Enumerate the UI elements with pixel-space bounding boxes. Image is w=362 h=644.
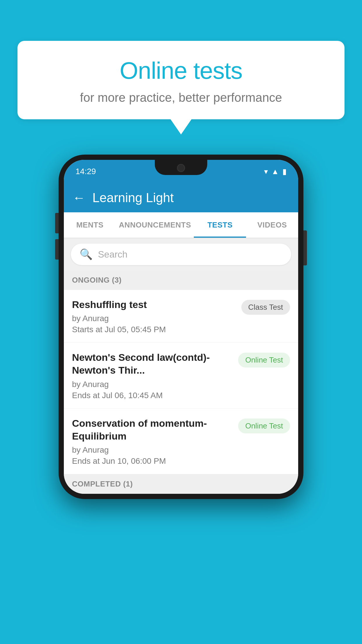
search-bar[interactable]: 🔍 Search (71, 244, 291, 265)
tab-ments[interactable]: MENTS (64, 212, 116, 238)
completed-section-header: COMPLETED (1) (64, 474, 298, 494)
test-info-1: Reshuffling test by Anurag Starts at Jul… (72, 298, 237, 334)
search-input[interactable]: Search (98, 249, 127, 260)
tab-videos[interactable]: VIDEOS (246, 212, 298, 238)
notch (155, 160, 207, 175)
status-bar: 14:29 ▾ ▲ ▮ (64, 160, 298, 183)
speech-bubble: Online tests for more practice, better p… (17, 41, 345, 119)
tab-tests[interactable]: TESTS (194, 212, 246, 238)
test-item-3[interactable]: Conservation of momentum-Equilibrium by … (64, 409, 298, 474)
test-badge-1: Class Test (241, 300, 290, 315)
test-info-3: Conservation of momentum-Equilibrium by … (72, 417, 233, 466)
test-list: Reshuffling test by Anurag Starts at Jul… (64, 290, 298, 474)
ongoing-section-header: ONGOING (3) (64, 270, 298, 290)
test-author-3: by Anurag (72, 445, 233, 455)
search-icon: 🔍 (80, 248, 93, 260)
bubble-subtitle: for more practice, better performance (35, 91, 327, 105)
volume-down-button (55, 239, 59, 260)
status-icons: ▾ ▲ ▮ (264, 167, 287, 176)
wifi-icon: ▾ (264, 167, 268, 176)
phone-container: 14:29 ▾ ▲ ▮ ← Learning Light MENTS ANNOU… (59, 155, 303, 499)
test-author-1: by Anurag (72, 314, 237, 323)
volume-up-button (55, 213, 59, 233)
status-time: 14:29 (75, 167, 96, 176)
speech-bubble-container: Online tests for more practice, better p… (17, 41, 345, 119)
test-date-2: Ends at Jul 06, 10:45 AM (72, 391, 233, 400)
test-badge-3: Online Test (238, 419, 290, 433)
test-item-2[interactable]: Newton's Second law(contd)-Newton's Thir… (64, 343, 298, 408)
test-author-2: by Anurag (72, 380, 233, 389)
test-info-2: Newton's Second law(contd)-Newton's Thir… (72, 351, 233, 400)
test-title-1: Reshuffling test (72, 298, 237, 311)
test-title-2: Newton's Second law(contd)-Newton's Thir… (72, 351, 233, 377)
phone-screen: 14:29 ▾ ▲ ▮ ← Learning Light MENTS ANNOU… (64, 160, 298, 494)
tab-bar: MENTS ANNOUNCEMENTS TESTS VIDEOS (64, 212, 298, 238)
test-date-1: Starts at Jul 05, 05:45 PM (72, 325, 237, 334)
notch-camera (177, 164, 185, 172)
search-container: 🔍 Search (64, 238, 298, 270)
phone-frame: 14:29 ▾ ▲ ▮ ← Learning Light MENTS ANNOU… (59, 155, 303, 499)
back-button[interactable]: ← (73, 190, 85, 205)
signal-icon: ▲ (271, 167, 279, 176)
app-title: Learning Light (92, 190, 174, 205)
test-badge-2: Online Test (238, 353, 290, 368)
bubble-title: Online tests (35, 57, 327, 84)
app-bar: ← Learning Light (64, 183, 298, 212)
test-item-1[interactable]: Reshuffling test by Anurag Starts at Jul… (64, 290, 298, 343)
power-button (303, 230, 307, 265)
test-date-3: Ends at Jun 10, 06:00 PM (72, 456, 233, 466)
tab-announcements[interactable]: ANNOUNCEMENTS (116, 212, 194, 238)
test-title-3: Conservation of momentum-Equilibrium (72, 417, 233, 442)
battery-icon: ▮ (282, 167, 287, 176)
